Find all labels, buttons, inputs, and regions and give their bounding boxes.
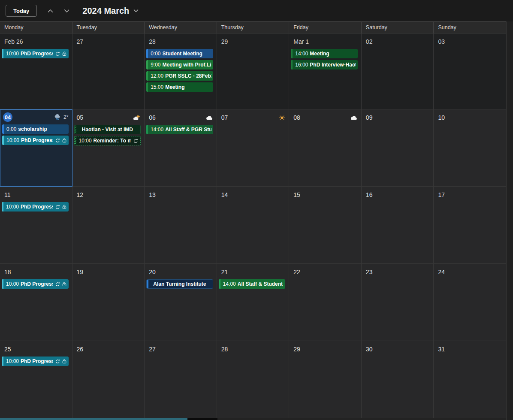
month-title-dropdown[interactable]: 2024 March [82, 6, 139, 16]
day-of-week-header: Monday [0, 22, 72, 33]
recurrence-icon [55, 138, 60, 143]
event-pill[interactable]: 12:00PGR SSLC - 28Feb24 [146, 71, 213, 81]
day-cell-header: 20 [145, 264, 217, 278]
day-cell[interactable]: 07 [217, 109, 290, 187]
day-cell[interactable]: 17 [434, 187, 506, 264]
day-cell[interactable]: 31 [434, 341, 506, 418]
chevron-up-icon[interactable] [42, 4, 58, 17]
day-cell[interactable]: Feb 2610:00PhD Progress M [0, 33, 72, 109]
cloud-icon [206, 115, 213, 121]
day-cell-header: 13 [145, 187, 217, 200]
lock-icon [62, 51, 67, 56]
day-cell[interactable]: 1810:00PhD Progress M [0, 264, 72, 341]
date-label: 30 [366, 346, 373, 353]
day-cell[interactable]: 13 [145, 187, 217, 264]
event-icons [55, 359, 67, 364]
day-cell[interactable]: 30 [362, 341, 434, 418]
date-label: 20 [149, 269, 156, 275]
event-pill[interactable]: 14:00Meeting [291, 49, 358, 58]
event-icons [133, 138, 139, 144]
events-list: 0:00scholarship10:00PhD Progress M [0, 124, 72, 145]
day-cell[interactable]: 280:00Student Meeting9:00Meeting with Pr… [145, 33, 217, 109]
toolbar: Today 2024 March [0, 0, 513, 21]
day-cell-header: 25 [0, 341, 72, 355]
day-cell[interactable]: 1110:00PhD Progress M [0, 187, 72, 264]
event-pill[interactable]: 10:00PhD Progress M [2, 279, 69, 289]
day-cell[interactable]: Mar 114:00Meeting16:00PhD Interview-Haot… [289, 33, 362, 109]
event-time: 15:00 [151, 84, 163, 90]
event-pill[interactable]: 10:00Reminder: To mee [74, 136, 141, 145]
day-cell[interactable]: 05Haotian - Visit at IMD10:00Reminder: T… [72, 109, 145, 187]
peek-dark-strip [187, 418, 217, 420]
day-cell-today[interactable]: 042°0:00scholarship10:00PhD Progress M [0, 109, 72, 187]
today-button[interactable]: Today [6, 5, 37, 17]
day-cell[interactable]: 27 [145, 341, 217, 418]
day-cell[interactable]: 0614:00All Staff & PGR Stude [145, 109, 217, 187]
day-cell-header: 21 [217, 264, 289, 278]
day-cell[interactable]: 2510:00PhD Progress M [0, 341, 72, 418]
date-label: 05 [77, 114, 84, 121]
day-cell[interactable]: 12 [72, 187, 145, 264]
day-cell-header: 09 [362, 109, 434, 123]
day-cell-header: 10 [434, 109, 506, 123]
day-cell-header: 27 [72, 33, 145, 47]
event-pill[interactable]: Alan Turning Institute [146, 279, 213, 289]
day-cell[interactable]: 10 [434, 109, 506, 187]
cloud-icon [350, 115, 358, 121]
event-time: 10:00 [6, 358, 19, 364]
event-pill[interactable]: 14:00All Staff & Student P [219, 279, 286, 289]
day-cell[interactable]: 26 [72, 341, 145, 418]
event-pill[interactable]: 10:00PhD Progress M [2, 202, 69, 212]
event-pill[interactable]: Haotian - Visit at IMD [74, 125, 141, 134]
day-cell[interactable]: 22 [289, 264, 362, 341]
day-cell[interactable]: 27 [72, 33, 145, 109]
day-cell[interactable]: 29 [289, 341, 362, 418]
recurrence-icon [55, 204, 60, 210]
day-cell[interactable]: 15 [289, 187, 362, 264]
day-cell[interactable]: 16 [362, 187, 434, 264]
day-cell-header: 24 [434, 264, 506, 278]
events-list: 14:00All Staff & Student P [217, 279, 289, 289]
day-cell[interactable]: 24 [434, 264, 506, 341]
day-cell-header: 29 [289, 341, 361, 355]
event-pill[interactable]: 10:00PhD Progress M [2, 357, 69, 366]
week-row: 042°0:00scholarship10:00PhD Progress M05… [0, 109, 506, 187]
day-cell[interactable]: 29 [217, 33, 290, 109]
event-pill[interactable]: 15:00Meeting [146, 82, 213, 92]
day-cell[interactable]: 19 [72, 264, 145, 341]
event-pill[interactable]: 16:00PhD Interview-Haotia [291, 60, 358, 69]
day-cell[interactable]: 09 [362, 109, 434, 187]
day-cell[interactable]: 2114:00All Staff & Student P [217, 264, 290, 341]
date-label: 28 [149, 38, 156, 45]
event-pill[interactable]: 10:00PhD Progress M [2, 49, 69, 58]
day-cell[interactable]: 28 [217, 341, 290, 418]
event-pill[interactable]: 9:00Meeting with Prof.Li [146, 60, 213, 69]
day-cell[interactable]: 14 [217, 187, 290, 264]
date-label: 31 [438, 346, 445, 353]
weather [206, 115, 213, 121]
event-pill[interactable]: 0:00scholarship [2, 124, 69, 134]
event-pill[interactable]: 10:00PhD Progress M [2, 136, 69, 145]
chevron-down-icon[interactable] [58, 4, 75, 17]
date-label: 16 [366, 191, 373, 198]
event-pill[interactable]: 14:00All Staff & PGR Stude [146, 125, 213, 134]
week-row: 2510:00PhD Progress M262728293031 [0, 341, 506, 418]
scrollbar-gutter [506, 21, 513, 420]
day-cell[interactable]: 08 [289, 109, 362, 187]
event-accent-bar [2, 49, 3, 58]
next-week-peek [0, 418, 506, 420]
day-cell[interactable]: 23 [362, 264, 434, 341]
day-cell[interactable]: 02 [362, 33, 434, 109]
day-cell-header: 042° [0, 110, 72, 123]
date-label: 18 [4, 269, 11, 275]
day-cell[interactable]: 03 [434, 33, 506, 109]
event-accent-bar [146, 71, 148, 81]
event-pill[interactable]: 0:00Student Meeting [146, 49, 213, 58]
event-icons [55, 281, 67, 287]
day-cell[interactable]: 20Alan Turning Institute [145, 264, 217, 341]
day-cell-header: 23 [362, 264, 434, 278]
event-accent-bar [2, 124, 4, 134]
event-title: Haotian - Visit at IMD [82, 127, 133, 133]
date-label: 07 [221, 114, 228, 121]
events-list: 14:00All Staff & PGR Stude [145, 125, 217, 134]
